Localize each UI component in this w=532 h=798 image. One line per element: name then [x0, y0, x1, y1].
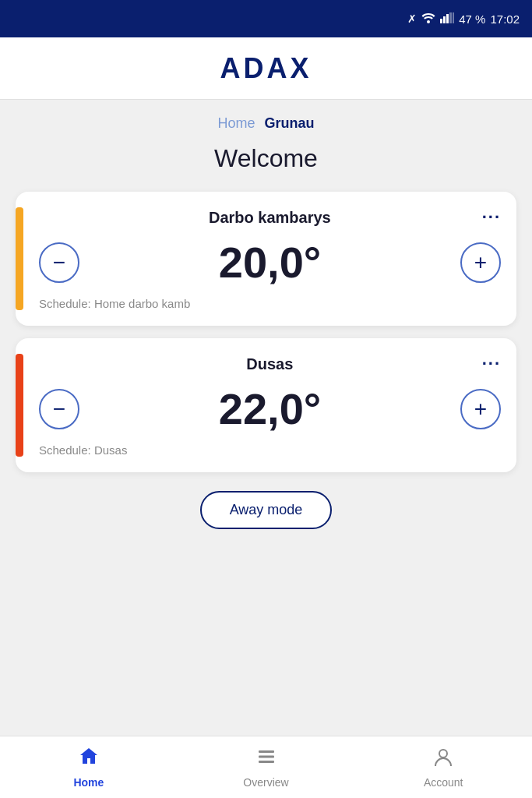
decrease-button-dusas[interactable]: −: [39, 389, 79, 429]
signal-icon: [440, 12, 454, 26]
away-mode-button[interactable]: Away mode: [200, 491, 333, 529]
account-icon: [432, 746, 454, 773]
overview-icon: [255, 746, 277, 773]
main-content: Home Grunau Welcome Darbo kambarys ··· −…: [0, 100, 532, 736]
battery-text: 47 %: [459, 12, 485, 26]
plus-icon-darbo: +: [474, 250, 487, 275]
away-mode-container: Away mode: [16, 491, 516, 529]
temp-row-dusas: − 22,0° +: [39, 383, 501, 434]
plus-icon-dusas: +: [474, 397, 487, 422]
breadcrumb: Home Grunau: [16, 115, 516, 132]
room-name-dusas: Dusas: [58, 355, 482, 373]
welcome-title: Welcome: [16, 144, 516, 173]
more-button-darbo[interactable]: ···: [482, 207, 501, 228]
wifi-icon: [421, 12, 435, 26]
minus-icon-dusas: −: [53, 397, 65, 422]
bluetooth-icon: ✗: [407, 12, 417, 25]
svg-rect-4: [449, 12, 452, 23]
nav-label-home: Home: [73, 776, 104, 789]
breadcrumb-home[interactable]: Home: [217, 115, 255, 132]
nav-label-overview: Overview: [243, 776, 288, 789]
card-header-dusas: Dusas ···: [39, 354, 501, 374]
card-indicator-darbo: [16, 207, 23, 310]
room-card-darbo: Darbo kambarys ··· − 20,0° + Schedule: H…: [16, 192, 516, 326]
minus-icon-darbo: −: [53, 250, 65, 275]
app-logo: ADAX: [220, 52, 312, 85]
nav-item-account[interactable]: Account: [354, 746, 532, 789]
nav-label-account: Account: [424, 776, 463, 789]
app-header: ADAX: [0, 37, 532, 100]
svg-rect-1: [440, 19, 442, 23]
nav-item-overview[interactable]: Overview: [178, 746, 355, 789]
schedule-dusas: Schedule: Dusas: [39, 443, 501, 457]
svg-point-9: [439, 750, 447, 757]
temp-row-darbo: − 20,0° +: [39, 237, 501, 288]
bottom-nav: Home Overview Account: [0, 736, 532, 798]
svg-point-0: [427, 20, 430, 23]
card-indicator-dusas: [16, 354, 23, 457]
increase-button-dusas[interactable]: +: [460, 389, 501, 429]
svg-rect-5: [453, 12, 454, 23]
card-body-darbo: Darbo kambarys ··· − 20,0° + Schedule: H…: [39, 207, 501, 310]
temperature-darbo: 20,0°: [219, 237, 321, 288]
nav-item-home[interactable]: Home: [0, 746, 178, 789]
room-name-darbo: Darbo kambarys: [58, 209, 482, 227]
svg-rect-3: [446, 14, 449, 23]
status-bar: ✗ 47 % 17:02: [0, 0, 532, 37]
home-icon: [78, 746, 100, 773]
svg-rect-6: [259, 750, 274, 753]
time-text: 17:02: [490, 12, 520, 26]
card-header-darbo: Darbo kambarys ···: [39, 207, 501, 228]
more-button-dusas[interactable]: ···: [482, 354, 501, 374]
svg-rect-7: [259, 756, 274, 758]
increase-button-darbo[interactable]: +: [460, 242, 501, 283]
card-body-dusas: Dusas ··· − 22,0° + Schedule: Dusas: [39, 354, 501, 457]
room-card-dusas: Dusas ··· − 22,0° + Schedule: Dusas: [16, 338, 516, 472]
svg-rect-8: [259, 761, 274, 763]
decrease-button-darbo[interactable]: −: [39, 242, 79, 283]
status-icons: ✗ 47 % 17:02: [407, 12, 520, 26]
svg-rect-2: [443, 16, 446, 23]
breadcrumb-current[interactable]: Grunau: [265, 115, 315, 132]
temperature-dusas: 22,0°: [219, 383, 321, 434]
schedule-darbo: Schedule: Home darbo kamb: [39, 297, 501, 310]
